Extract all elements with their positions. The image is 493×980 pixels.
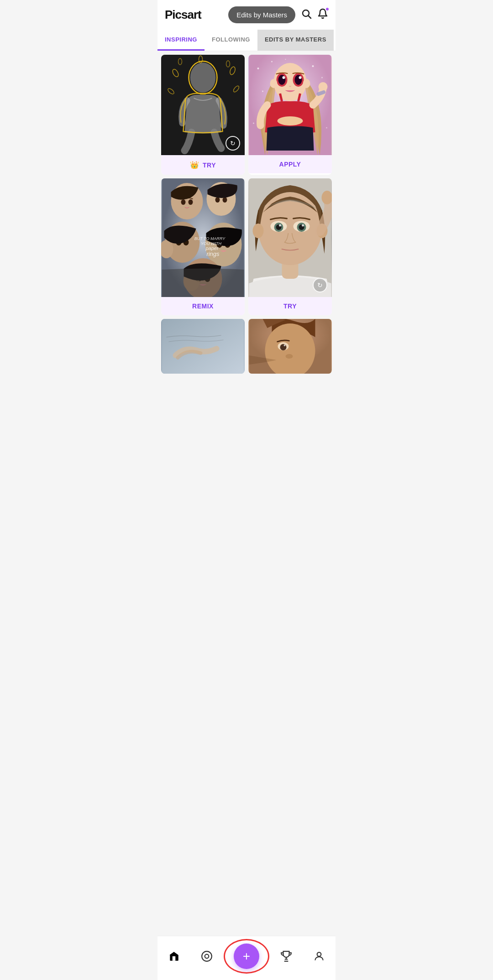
tab-popular[interactable]: POPULAR: [334, 30, 336, 51]
card-3-action-label: REMIX: [192, 302, 214, 310]
search-button[interactable]: [301, 8, 312, 22]
svg-point-12: [257, 68, 259, 69]
card-5-image: [161, 319, 245, 374]
svg-point-65: [302, 224, 304, 227]
tab-edits-by-masters[interactable]: EDITS BY MASTERS: [257, 30, 334, 51]
svg-point-6: [167, 88, 175, 95]
svg-point-36: [189, 199, 193, 205]
card-2-action-label: APPLY: [279, 161, 301, 168]
svg-point-9: [226, 61, 230, 67]
svg-point-18: [285, 59, 286, 60]
svg-point-28: [270, 79, 278, 88]
svg-point-57: [258, 192, 322, 265]
svg-point-73: [280, 344, 287, 350]
svg-point-27: [299, 76, 302, 79]
svg-point-19: [253, 123, 254, 124]
card-5[interactable]: [161, 319, 245, 374]
svg-point-29: [303, 79, 310, 88]
svg-point-35: [181, 199, 186, 205]
content-grid: ↻ 👑 TRY: [157, 51, 336, 377]
card-4[interactable]: ↻ TRY: [248, 178, 332, 315]
card-2[interactable]: APPLY: [248, 55, 332, 175]
svg-text:BUT TO MARRY: BUT TO MARRY: [194, 236, 226, 241]
svg-point-13: [271, 61, 273, 63]
card-4-image: ↻: [248, 178, 332, 297]
card-3-svg: BUT TO MARRY YOU WITH paper rings: [161, 178, 245, 297]
svg-point-74: [284, 344, 286, 346]
card-4-action[interactable]: TRY: [248, 297, 332, 315]
svg-point-14: [312, 65, 314, 67]
card-1-action[interactable]: 👑 TRY: [161, 155, 245, 175]
notification-button[interactable]: [317, 8, 328, 22]
search-icon: [301, 8, 312, 19]
tab-inspiring[interactable]: INSPIRING: [157, 30, 205, 51]
tab-following[interactable]: FOLLOWING: [205, 30, 257, 51]
cards-grid: ↻ 👑 TRY: [161, 55, 332, 374]
svg-point-38: [215, 197, 220, 203]
svg-point-16: [262, 91, 263, 92]
svg-line-1: [309, 16, 311, 18]
svg-point-8: [178, 58, 182, 65]
notification-dot: [325, 7, 330, 11]
card-2-image: [248, 55, 332, 155]
header-actions: Edits by Masters: [228, 6, 328, 23]
svg-point-2: [190, 63, 216, 93]
card-1[interactable]: ↻ 👑 TRY: [161, 55, 245, 175]
card-3[interactable]: BUT TO MARRY YOU WITH paper rings REMIX: [161, 178, 245, 315]
card-2-action[interactable]: APPLY: [248, 155, 332, 173]
svg-point-30: [278, 116, 303, 125]
svg-point-31: [319, 82, 328, 91]
svg-point-66: [253, 224, 264, 238]
svg-point-24: [278, 75, 286, 85]
svg-point-25: [295, 75, 302, 85]
svg-point-75: [286, 354, 293, 359]
crown-icon-1: 👑: [190, 161, 199, 169]
replay-icon-4[interactable]: ↻: [313, 278, 327, 292]
app-logo: Picsart: [165, 8, 201, 22]
edits-by-masters-button[interactable]: Edits by Masters: [228, 6, 295, 23]
card-6-image: [248, 319, 332, 374]
card-3-action[interactable]: REMIX: [161, 297, 245, 315]
card-4-action-label: TRY: [283, 302, 297, 310]
replay-icon-1[interactable]: ↻: [226, 136, 240, 151]
svg-point-20: [326, 127, 327, 129]
svg-point-5: [229, 66, 236, 75]
card-5-svg: [161, 319, 245, 374]
card-6[interactable]: [248, 319, 332, 374]
tab-bar: INSPIRING FOLLOWING EDITS BY MASTERS POP…: [157, 30, 336, 51]
svg-point-64: [279, 224, 281, 227]
svg-point-15: [321, 77, 323, 78]
svg-point-7: [232, 85, 240, 93]
card-1-action-label: TRY: [203, 162, 216, 169]
svg-text:rings: rings: [206, 250, 220, 257]
card-6-svg: [248, 319, 332, 374]
svg-point-4: [172, 68, 180, 78]
card-2-svg: [248, 55, 332, 155]
svg-rect-69: [162, 319, 244, 374]
svg-point-26: [283, 76, 285, 79]
card-1-image: ↻: [161, 55, 245, 155]
card-3-image: BUT TO MARRY YOU WITH paper rings: [161, 178, 245, 297]
header: Picsart Edits by Masters: [157, 0, 336, 30]
